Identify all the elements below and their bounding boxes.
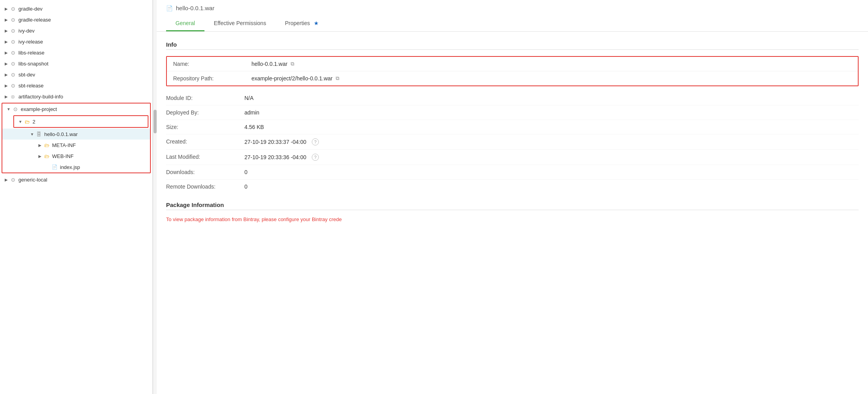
chevron-icon bbox=[37, 142, 43, 148]
info-label-remote-downloads: Remote Downloads: bbox=[166, 183, 244, 190]
tree-item-meta-inf[interactable]: 🗁 META-INF bbox=[2, 140, 150, 151]
tree-item-label: WEB-INF bbox=[52, 153, 147, 159]
tree-item-label: ivy-dev bbox=[18, 28, 149, 34]
tree-item-label: libs-release bbox=[18, 50, 149, 56]
info-label-last-modified: Last Modified: bbox=[166, 154, 244, 160]
info-label-name: Name: bbox=[173, 61, 251, 67]
tree-item-libs-release[interactable]: ⊙ libs-release bbox=[0, 47, 152, 58]
folder-icon: 🗁 bbox=[43, 153, 50, 160]
tab-effective-permissions[interactable]: Effective Permissions bbox=[204, 16, 276, 31]
tree-item-gradle-release[interactable]: ⊙ gradle-release bbox=[0, 14, 152, 25]
chevron-icon bbox=[37, 153, 43, 159]
left-tree-panel: ⊙ gradle-dev ⊙ gradle-release ⊙ ivy-dev … bbox=[0, 0, 153, 394]
tree-item-example-project[interactable]: ⊙ example-project bbox=[2, 103, 150, 114]
last-modified-help-icon[interactable]: ? bbox=[312, 154, 319, 161]
info-label-deployed-by: Deployed By: bbox=[166, 109, 244, 116]
tree-item-artifactory-build-info[interactable]: ◎ artifactory-build-info bbox=[0, 91, 152, 102]
repo-icon: ⊙ bbox=[9, 27, 16, 34]
package-section-title: Package Information bbox=[166, 202, 859, 210]
tree-item-label: artifactory-build-info bbox=[18, 94, 149, 100]
chevron-icon bbox=[3, 27, 9, 34]
chevron-icon bbox=[29, 131, 35, 137]
artifact-file-icon: 📄 bbox=[166, 5, 173, 11]
last-modified-value-text: 27-10-19 20:33:36 -04:00 bbox=[244, 154, 306, 160]
right-panel: 📄 hello-0.0.1.war General Effective Perm… bbox=[157, 0, 868, 394]
info-value-repo-path: example-project/2/hello-0.0.1.war ⧉ bbox=[251, 75, 339, 82]
tree-item-sbt-dev[interactable]: ⊙ sbt-dev bbox=[0, 69, 152, 80]
tree-item-label: gradle-dev bbox=[18, 6, 149, 12]
artifact-title-text: hello-0.0.1.war bbox=[176, 5, 214, 11]
info-bordered-card: Name: hello-0.0.1.war ⧉ Repository Path:… bbox=[166, 56, 859, 86]
inner-red-border-group: 🗁 2 bbox=[13, 115, 148, 128]
chevron-icon bbox=[3, 16, 9, 23]
tree-item-label: hello-0.0.1.war bbox=[44, 131, 147, 137]
tree-item-libs-snapshot[interactable]: ⊙ libs-snapshot bbox=[0, 58, 152, 69]
chevron-icon bbox=[3, 49, 9, 56]
chevron-icon bbox=[3, 71, 9, 78]
info-value-deployed-by: admin bbox=[244, 109, 259, 116]
repo-path-value-text: example-project/2/hello-0.0.1.war bbox=[251, 75, 333, 82]
chevron-icon bbox=[3, 60, 9, 67]
info-row-last-modified: Last Modified: 27-10-19 20:33:36 -04:00 … bbox=[166, 150, 859, 165]
tree-item-label: 2 bbox=[33, 119, 145, 125]
folder-icon: 🗁 bbox=[24, 118, 31, 125]
tree-item-index-jsp[interactable]: 📄 index.jsp bbox=[2, 162, 150, 172]
tab-properties-label: Properties bbox=[285, 20, 310, 26]
tree-item-label: META-INF bbox=[52, 142, 147, 148]
tree-item-ivy-dev[interactable]: ⊙ ivy-dev bbox=[0, 25, 152, 36]
star-icon: ★ bbox=[314, 20, 319, 26]
tree-item-label: libs-snapshot bbox=[18, 61, 149, 67]
repo-icon: ⊙ bbox=[9, 16, 16, 23]
tree-item-label: example-project bbox=[21, 106, 147, 112]
artifact-title-bar: 📄 hello-0.0.1.war bbox=[166, 5, 859, 11]
tree-item-web-inf[interactable]: 🗁 WEB-INF bbox=[2, 151, 150, 162]
tree-item-gradle-dev[interactable]: ⊙ gradle-dev bbox=[0, 3, 152, 14]
info-label-repo-path: Repository Path: bbox=[173, 75, 251, 82]
repo-icon: ⊙ bbox=[9, 176, 16, 183]
info-value-name: hello-0.0.1.war ⧉ bbox=[251, 61, 294, 67]
chevron-icon bbox=[5, 106, 12, 112]
info-label-module-id: Module ID: bbox=[166, 95, 244, 101]
chevron-icon bbox=[3, 5, 9, 12]
chevron-icon bbox=[3, 176, 9, 183]
info-value-downloads: 0 bbox=[244, 169, 248, 175]
tree-item-folder-2[interactable]: 🗁 2 bbox=[14, 116, 148, 127]
chevron-icon bbox=[17, 118, 24, 125]
created-help-icon[interactable]: ? bbox=[312, 138, 319, 145]
tree-item-label: index.jsp bbox=[60, 164, 147, 170]
tree-item-label: ivy-release bbox=[18, 39, 149, 45]
tree-item-label: sbt-release bbox=[18, 83, 149, 89]
repo-icon: ⊙ bbox=[9, 5, 16, 12]
tab-properties[interactable]: Properties ★ bbox=[275, 16, 328, 31]
info-section-title: Info bbox=[166, 41, 859, 50]
package-section: Package Information To view package info… bbox=[166, 202, 859, 222]
tab-general[interactable]: General bbox=[166, 16, 204, 31]
info-value-module-id: N/A bbox=[244, 95, 253, 101]
repo-icon: ⊙ bbox=[9, 49, 16, 56]
repo-icon: ⊙ bbox=[9, 82, 16, 89]
no-chevron bbox=[45, 164, 51, 170]
info-row-created: Created: 27-10-19 20:33:37 -04:00 ? bbox=[166, 134, 859, 150]
info-section: Info Name: hello-0.0.1.war ⧉ Repository … bbox=[166, 41, 859, 194]
tree-item-hello-war[interactable]: 🗄 hello-0.0.1.war bbox=[2, 129, 150, 140]
chevron-icon bbox=[3, 82, 9, 89]
info-row-name: Name: hello-0.0.1.war ⧉ bbox=[167, 57, 858, 71]
tree-item-sbt-release[interactable]: ⊙ sbt-release bbox=[0, 80, 152, 91]
tree-scrollbar[interactable] bbox=[153, 0, 157, 394]
tree-item-ivy-release[interactable]: ⊙ ivy-release bbox=[0, 36, 152, 47]
tree-item-generic-local[interactable]: ⊙ generic-local bbox=[0, 174, 152, 185]
repo-icon: ⊙ bbox=[9, 60, 16, 67]
created-value-text: 27-10-19 20:33:37 -04:00 bbox=[244, 139, 306, 145]
repo-icon: ⊙ bbox=[12, 105, 19, 113]
copy-name-icon[interactable]: ⧉ bbox=[291, 61, 294, 67]
package-info-message: To view package information from Bintray… bbox=[166, 216, 859, 222]
copy-repo-path-icon[interactable]: ⧉ bbox=[336, 75, 339, 82]
info-row-module-id: Module ID: N/A bbox=[166, 91, 859, 105]
name-value-text: hello-0.0.1.war bbox=[251, 61, 288, 67]
folder-icon: 🗁 bbox=[43, 142, 50, 149]
red-border-group: ⊙ example-project 🗁 2 🗄 hello-0.0 bbox=[2, 103, 151, 173]
info-value-last-modified: 27-10-19 20:33:36 -04:00 ? bbox=[244, 154, 319, 161]
chevron-icon bbox=[3, 38, 9, 45]
tree-item-label: sbt-dev bbox=[18, 72, 149, 78]
inner-red-border-container: 🗁 2 bbox=[2, 114, 150, 129]
